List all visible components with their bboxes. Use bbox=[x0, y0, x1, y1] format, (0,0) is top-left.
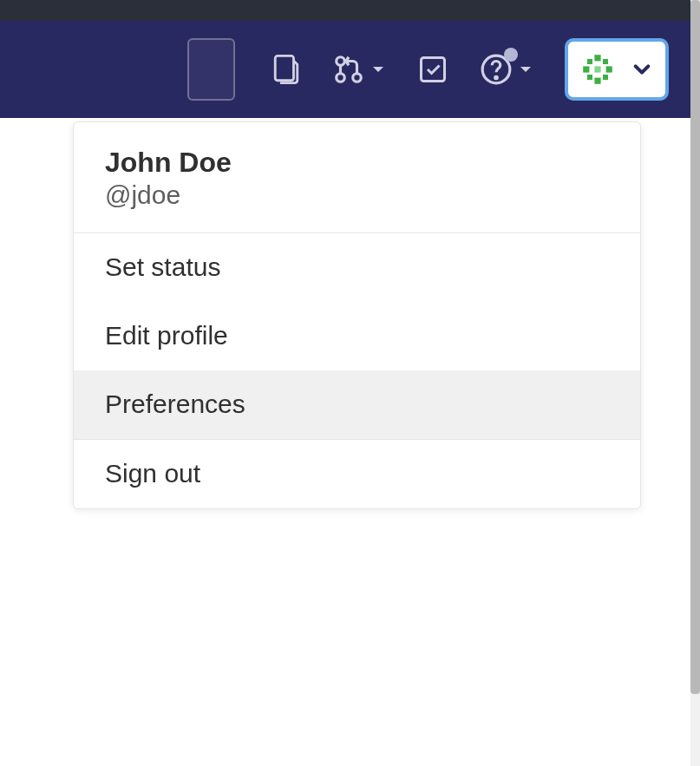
chevron-down-icon bbox=[518, 62, 533, 77]
issues-link[interactable] bbox=[271, 53, 301, 86]
help-link[interactable] bbox=[480, 53, 533, 86]
svg-rect-10 bbox=[606, 66, 612, 72]
chevron-down-icon bbox=[370, 62, 386, 77]
svg-rect-8 bbox=[594, 55, 600, 61]
nav-button-truncated[interactable] bbox=[187, 38, 235, 101]
todos-icon bbox=[417, 54, 448, 85]
menu-item-sign-out[interactable]: Sign out bbox=[74, 440, 640, 508]
svg-rect-15 bbox=[603, 75, 608, 80]
dropdown-user-header: John Doe @jdoe bbox=[74, 122, 640, 233]
svg-rect-11 bbox=[594, 78, 600, 84]
user-dropdown-menu: John Doe @jdoe Set status Edit profile P… bbox=[73, 121, 641, 509]
scrollbar-thumb[interactable] bbox=[690, 0, 700, 694]
user-display-name: John Doe bbox=[105, 147, 609, 179]
user-menu-button[interactable] bbox=[565, 38, 669, 101]
window-chrome-strip bbox=[0, 0, 700, 21]
svg-rect-4 bbox=[422, 58, 445, 82]
scrollbar-track[interactable] bbox=[690, 0, 700, 766]
issues-icon bbox=[271, 53, 301, 86]
merge-requests-link[interactable] bbox=[332, 53, 386, 86]
menu-item-edit-profile[interactable]: Edit profile bbox=[74, 302, 640, 370]
svg-rect-9 bbox=[583, 66, 589, 72]
notification-dot bbox=[504, 48, 518, 62]
svg-rect-12 bbox=[587, 59, 592, 64]
todos-link[interactable] bbox=[417, 54, 448, 85]
avatar bbox=[577, 49, 618, 90]
svg-rect-16 bbox=[594, 66, 600, 72]
svg-rect-14 bbox=[587, 75, 592, 80]
merge-requests-icon bbox=[332, 53, 365, 86]
svg-rect-0 bbox=[275, 56, 293, 80]
menu-item-preferences[interactable]: Preferences bbox=[74, 370, 640, 439]
svg-point-1 bbox=[337, 57, 345, 66]
chevron-down-icon bbox=[632, 60, 651, 79]
user-handle: @jdoe bbox=[105, 180, 609, 210]
menu-item-set-status[interactable]: Set status bbox=[74, 233, 640, 302]
svg-rect-13 bbox=[603, 59, 608, 64]
svg-point-2 bbox=[337, 74, 345, 82]
svg-point-3 bbox=[353, 74, 362, 82]
svg-point-6 bbox=[495, 76, 498, 79]
top-navbar bbox=[0, 21, 700, 118]
